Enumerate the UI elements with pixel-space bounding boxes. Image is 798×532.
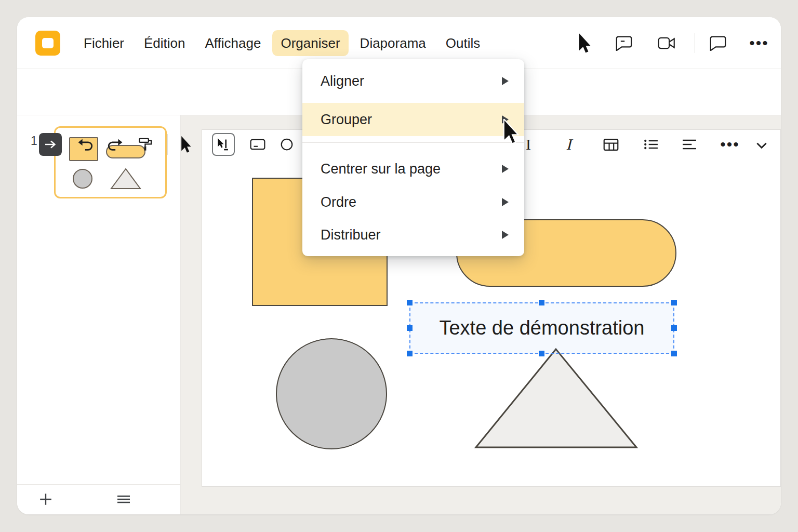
- toolbar-collapse-chevron-icon[interactable]: [750, 133, 773, 156]
- circle-shape[interactable]: [276, 338, 387, 449]
- mouse-cursor: [502, 119, 519, 144]
- menu-outils[interactable]: Outils: [437, 30, 488, 57]
- slide-filmstrip: 1: [17, 115, 181, 514]
- shape-tool-icon[interactable]: [275, 133, 298, 156]
- selection-handle-middle-right[interactable]: [671, 325, 677, 331]
- comments-icon[interactable]: [613, 32, 635, 55]
- dropdown-separator: [302, 142, 524, 143]
- toolbar-divider: [167, 134, 168, 155]
- bulleted-list-icon[interactable]: [640, 133, 662, 156]
- menu-item-distribuer[interactable]: Distribuer: [302, 218, 524, 251]
- add-slide-button[interactable]: [34, 487, 58, 511]
- thumb-circle-shape: [73, 169, 92, 189]
- menu-fichier[interactable]: Fichier: [75, 30, 132, 57]
- menu-edition[interactable]: Édition: [136, 30, 194, 57]
- menu-diaporama[interactable]: Diaporama: [352, 30, 434, 57]
- text-selection-tool-button[interactable]: [212, 133, 235, 156]
- selection-handle-bottom-left[interactable]: [407, 351, 413, 356]
- submenu-arrow-icon: [502, 198, 509, 206]
- app-window: Fichier Édition Affichage Organiser Diap…: [17, 17, 781, 514]
- menubar-divider: [695, 33, 695, 53]
- italic-icon[interactable]: I: [558, 133, 581, 156]
- menu-organiser[interactable]: Organiser: [272, 30, 348, 57]
- text-box-tool-icon[interactable]: [246, 133, 269, 156]
- thumb-triangle-shape: [109, 167, 142, 190]
- menu-item-aligner[interactable]: Aligner: [302, 64, 524, 98]
- more-options-icon[interactable]: •••: [748, 32, 770, 55]
- menu-item-centrer-sur-la-page[interactable]: Centrer sur la page: [302, 152, 524, 185]
- selection-handle-top-center[interactable]: [539, 300, 544, 305]
- slides-logo-icon: [35, 31, 60, 56]
- selected-text-box[interactable]: Texte de démonstration: [409, 302, 674, 354]
- filmstrip-menu-button[interactable]: [112, 487, 136, 511]
- submenu-arrow-icon: [502, 165, 509, 173]
- menu-affichage[interactable]: Affichage: [197, 30, 270, 57]
- redo-icon[interactable]: [103, 133, 126, 156]
- selection-handle-top-left[interactable]: [407, 300, 413, 305]
- organiser-dropdown-menu: Aligner Grouper Centrer sur la page Ordr…: [302, 59, 524, 256]
- selection-handle-bottom-right[interactable]: [671, 351, 677, 356]
- submenu-arrow-icon: [502, 77, 509, 85]
- meet-camera-icon[interactable]: [655, 32, 678, 55]
- menu-item-ordre[interactable]: Ordre: [302, 185, 524, 219]
- filmstrip-footer-divider: [17, 484, 180, 485]
- toolbar-more-icon[interactable]: •••: [719, 133, 741, 156]
- triangle-shape[interactable]: [472, 345, 640, 451]
- menu-item-grouper[interactable]: Grouper: [302, 103, 524, 136]
- cursor-icon[interactable]: [573, 32, 596, 55]
- select-tool-icon[interactable]: [175, 133, 197, 156]
- undo-icon[interactable]: [74, 133, 97, 156]
- submenu-arrow-icon: [502, 231, 509, 239]
- arrow-tool-button[interactable]: [39, 133, 62, 156]
- selection-handle-bottom-center[interactable]: [539, 351, 544, 356]
- table-icon[interactable]: [600, 133, 622, 156]
- chat-icon[interactable]: [707, 32, 729, 55]
- slide-number: 1: [31, 134, 37, 148]
- text-box-content: Texte de démonstration: [439, 317, 644, 339]
- selection-handle-middle-left[interactable]: [407, 325, 413, 331]
- selection-handle-top-right[interactable]: [671, 300, 677, 305]
- list-format-icon[interactable]: [678, 133, 701, 156]
- paint-format-icon[interactable]: [134, 133, 157, 156]
